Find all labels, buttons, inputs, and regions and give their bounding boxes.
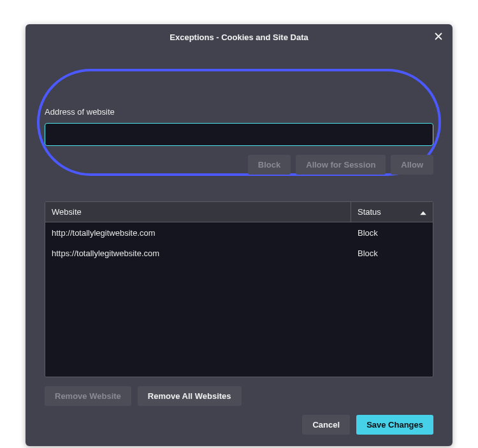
close-button[interactable] — [431, 29, 446, 45]
block-button[interactable]: Block — [248, 155, 291, 175]
exceptions-table-section: Website Status http://totallylegitwebsit… — [25, 189, 453, 377]
remove-all-button[interactable]: Remove All Websites — [138, 386, 242, 406]
table-header-row: Website Status — [45, 202, 433, 222]
exceptions-dialog: Exceptions - Cookies and Site Data Addre… — [25, 24, 453, 446]
col-header-status-label: Status — [358, 207, 381, 217]
cell-website: https://totallylegitwebsite.com — [45, 249, 351, 258]
cancel-button[interactable]: Cancel — [302, 415, 350, 435]
cell-website: http://totallylegitwebsite.com — [45, 228, 351, 238]
allow-button[interactable]: Allow — [391, 155, 433, 175]
address-input-section: Address of website Block Allow for Sessi… — [25, 50, 453, 189]
remove-actions-row: Remove Website Remove All Websites — [25, 377, 453, 406]
cell-status: Block — [351, 228, 433, 238]
sort-ascending-icon — [420, 207, 426, 217]
dialog-title: Exceptions - Cookies and Site Data — [170, 33, 308, 42]
table-row[interactable]: http://totallylegitwebsite.com Block — [45, 222, 433, 243]
dialog-footer: Cancel Save Changes — [25, 406, 453, 446]
title-bar: Exceptions - Cookies and Site Data — [25, 24, 453, 50]
col-header-website[interactable]: Website — [45, 202, 351, 222]
exceptions-table: Website Status http://totallylegitwebsit… — [45, 201, 433, 377]
table-row[interactable]: https://totallylegitwebsite.com Block — [45, 243, 433, 263]
table-body: http://totallylegitwebsite.com Block htt… — [45, 222, 433, 263]
col-header-status[interactable]: Status — [351, 202, 433, 222]
save-button[interactable]: Save Changes — [356, 415, 433, 435]
cell-status: Block — [351, 249, 433, 258]
allow-session-button[interactable]: Allow for Session — [296, 155, 386, 175]
col-header-website-label: Website — [52, 207, 82, 217]
close-icon — [434, 32, 443, 43]
address-label: Address of website — [45, 107, 433, 117]
remove-website-button[interactable]: Remove Website — [45, 386, 131, 406]
address-input[interactable] — [45, 123, 433, 146]
input-action-row: Block Allow for Session Allow — [45, 155, 433, 175]
